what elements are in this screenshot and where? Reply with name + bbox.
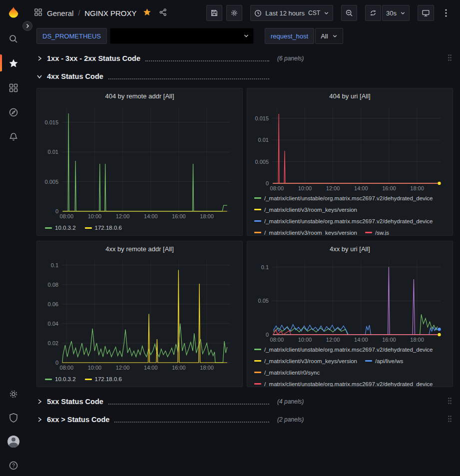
row-header-5xx[interactable]: 5xx Status Code (4 panels) [36, 395, 453, 408]
svg-text:16:00: 16:00 [172, 365, 186, 371]
legend-swatch [254, 220, 261, 222]
row-title: 4xx Status Code [47, 72, 103, 80]
svg-text:10:00: 10:00 [298, 185, 312, 191]
share-icon[interactable] [159, 8, 167, 18]
chart-4xx-by-remote-addr[interactable]: 08:0010:0012:0014:0016:0018:0000.020.040… [41, 255, 238, 372]
kebab-menu-icon[interactable] [438, 5, 454, 21]
legend-label: /_matrix/client/unstable/org.matrix.msc2… [264, 218, 433, 224]
chart-4xx-by-uri[interactable]: 08:0010:0012:0014:0016:0018:0000.050.1 [251, 255, 449, 344]
svg-text:0.1: 0.1 [261, 264, 269, 270]
sidebar-expand-button[interactable] [22, 21, 32, 31]
refresh-interval-picker[interactable]: 30s [382, 5, 410, 21]
search-icon[interactable] [8, 33, 19, 44]
row-panel-count: (4 panels) [277, 398, 304, 405]
chart-legend: /_matrix/client/unstable/org.matrix.msc2… [251, 344, 449, 387]
favorite-star-icon[interactable] [143, 8, 151, 18]
legend-item[interactable]: /_matrix/client/unstable/org.matrix.msc2… [254, 347, 433, 353]
svg-text:18:00: 18:00 [200, 365, 214, 371]
row-title: 5xx Status Code [47, 398, 103, 406]
refresh-button[interactable] [365, 5, 381, 21]
user-avatar[interactable] [7, 436, 19, 448]
legend-swatch [45, 379, 52, 380]
legend-item[interactable]: /sw.js [365, 230, 389, 236]
legend-label: /api/live/ws [375, 358, 403, 364]
chart-404-by-uri[interactable]: 08:0010:0012:0014:0016:0018:0000.0050.01… [251, 102, 449, 192]
legend-swatch [254, 349, 261, 350]
legend-item[interactable]: /_matrix/client/unstable/org.matrix.msc2… [254, 195, 433, 201]
row-drag-handle-icon[interactable] [448, 397, 453, 407]
panel-title[interactable]: 4xx by remote addr [All] [41, 242, 238, 255]
time-range-picker[interactable]: Last 12 hours CST [250, 5, 333, 21]
legend-swatch [254, 383, 261, 385]
legend-item[interactable]: 172.18.0.6 [85, 376, 122, 382]
legend-swatch [254, 209, 261, 210]
legend-swatch [45, 227, 52, 229]
help-icon[interactable]: ? [8, 460, 19, 471]
leader-dots [114, 422, 269, 423]
row-panel-count: (6 panels) [277, 55, 304, 62]
legend-item[interactable]: 10.0.3.2 [45, 376, 76, 382]
panel-title[interactable]: 4xx by uri [All] [251, 242, 449, 255]
svg-text:10:00: 10:00 [88, 213, 102, 219]
kiosk-mode-button[interactable] [418, 5, 434, 21]
legend-swatch [365, 232, 372, 233]
request-host-value: All [321, 32, 328, 40]
datasource-variable-label[interactable]: DS_PROMETHEUS [36, 28, 107, 44]
dashboard-settings-button[interactable] [226, 5, 242, 21]
request-host-label[interactable]: request_host [265, 28, 314, 44]
legend-label: /_matrix/client/unstable/org.matrix.msc2… [264, 347, 433, 353]
svg-text:0.08: 0.08 [48, 282, 58, 288]
row-title: 1xx - 3xx - 2xx Status Code [47, 54, 140, 62]
legend-item[interactable]: 10.0.3.2 [45, 225, 76, 231]
svg-text:12:00: 12:00 [116, 213, 130, 219]
explore-compass-icon[interactable] [8, 107, 19, 118]
breadcrumb-folder[interactable]: General [47, 9, 73, 17]
svg-text:18:00: 18:00 [410, 337, 424, 343]
legend-swatch [365, 360, 372, 362]
legend-item[interactable]: 172.18.0.6 [85, 225, 122, 231]
apps-grid-icon[interactable] [34, 8, 42, 18]
legend-label: /_matrix/client/v3/room_keys/version [264, 230, 357, 236]
panel-title[interactable]: 404 by uri [All] [251, 89, 449, 102]
zoom-out-button[interactable] [341, 5, 357, 21]
legend-item[interactable]: /_matrix/client/v3/room_keys/version [254, 230, 357, 236]
svg-text:0.005: 0.005 [44, 179, 58, 185]
legend-item[interactable]: /_matrix/client/v3/room_keys/version [254, 207, 357, 213]
legend-item[interactable]: /_matrix/client/unstable/org.matrix.msc2… [254, 218, 433, 224]
row-drag-handle-icon[interactable] [448, 415, 453, 425]
legend-item[interactable]: /api/live/ws [365, 358, 403, 364]
chart-404-by-remote-addr[interactable]: 08:0010:0012:0014:0016:0018:0000.0050.01… [41, 102, 238, 220]
svg-text:12:00: 12:00 [116, 365, 130, 371]
breadcrumb: General / NGINX PROXY [34, 8, 167, 18]
save-dashboard-button[interactable] [206, 5, 222, 21]
leader-dots [108, 78, 269, 79]
server-admin-shield-icon[interactable] [8, 412, 19, 423]
datasource-variable-select[interactable] [110, 28, 254, 44]
chevron-right-icon [36, 55, 42, 61]
grafana-logo-icon[interactable] [6, 6, 21, 21]
svg-text:14:00: 14:00 [354, 185, 368, 191]
panel-404-by-remote-addr: 404 by remote addr [All] 08:0010:0012:00… [36, 88, 243, 236]
panel-404-by-uri: 404 by uri [All] 08:0010:0012:0014:0016:… [247, 88, 453, 236]
row-header-1xx[interactable]: 1xx - 3xx - 2xx Status Code (6 panels) [36, 52, 453, 65]
legend-item[interactable]: /_matrix/client/r0/sync [254, 370, 320, 376]
svg-text:08:00: 08:00 [60, 365, 74, 371]
svg-text:10:00: 10:00 [88, 365, 102, 371]
chevron-down-icon [36, 73, 42, 79]
breadcrumb-dashboard-title[interactable]: NGINX PROXY [84, 9, 136, 17]
row-header-6xx[interactable]: 6xx > Status Code (2 panels) [36, 413, 453, 426]
row-drag-handle-icon[interactable] [448, 54, 453, 63]
configuration-gear-icon[interactable] [8, 389, 19, 400]
svg-text:0.01: 0.01 [48, 149, 58, 155]
refresh-group: 30s [365, 5, 410, 21]
legend-item[interactable]: /_matrix/client/unstable/org.matrix.msc2… [254, 381, 433, 387]
alerting-bell-icon[interactable] [8, 131, 19, 142]
legend-item[interactable]: /_matrix/client/v3/room_keys/version [254, 358, 357, 364]
starred-dashboards-icon[interactable] [8, 58, 19, 69]
sidebar: ? [0, 0, 27, 476]
panel-title[interactable]: 404 by remote addr [All] [41, 89, 238, 102]
dashboards-icon[interactable] [8, 82, 19, 93]
row-header-4xx[interactable]: 4xx Status Code [36, 70, 453, 83]
legend-label: /_matrix/client/v3/room_keys/version [264, 358, 357, 364]
request-host-select[interactable]: All [315, 28, 343, 44]
